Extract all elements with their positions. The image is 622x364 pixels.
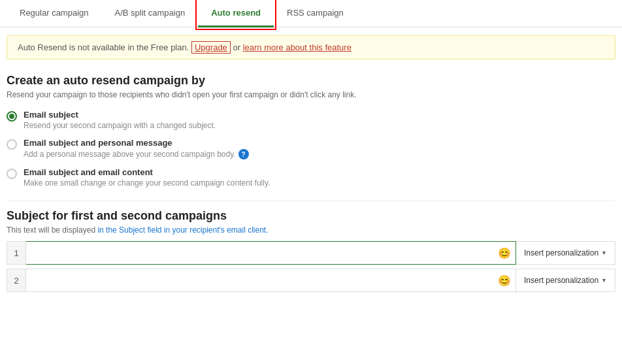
radio-label-group-1: Email subject Resend your second campaig… bbox=[24, 110, 216, 130]
tab-ab-split[interactable]: A/B split campaign bbox=[102, 0, 199, 27]
upgrade-banner: Auto Resend is not available in the Free… bbox=[7, 35, 615, 59]
insert-label-1: Insert personalization bbox=[524, 248, 598, 257]
insert-personalization-btn-1[interactable]: Insert personalization ▼ bbox=[516, 241, 615, 265]
divider bbox=[7, 201, 615, 201]
create-section-title: Create an auto resend campaign by bbox=[7, 74, 615, 88]
subject-row-2: 2 😊 Insert personalization ▼ bbox=[7, 269, 615, 292]
insert-personalization-btn-2[interactable]: Insert personalization ▼ bbox=[516, 269, 615, 292]
subject-title: Subject for first and second campaigns bbox=[7, 209, 615, 223]
tab-auto-resend[interactable]: Auto resend bbox=[198, 0, 274, 27]
radio-btn-email-subject[interactable] bbox=[7, 111, 17, 122]
learn-more-link[interactable]: learn more about this feature bbox=[243, 42, 352, 52]
banner-text: Auto Resend is not available in the Free… bbox=[18, 42, 189, 52]
radio-sublabel-2: Add a personal message above your second… bbox=[24, 149, 249, 159]
radio-item-email-subject[interactable]: Email subject Resend your second campaig… bbox=[7, 110, 615, 130]
radio-label-group-2: Email subject and personal message Add a… bbox=[24, 138, 249, 159]
radio-sublabel-1: Resend your second campaign with a chang… bbox=[24, 121, 216, 130]
subject-desc: This text will be displayed in the Subje… bbox=[7, 225, 615, 235]
subject-num-1: 1 bbox=[7, 241, 26, 265]
radio-btn-email-personal[interactable] bbox=[7, 139, 17, 150]
chevron-down-icon-1: ▼ bbox=[601, 250, 607, 256]
radio-item-email-personal[interactable]: Email subject and personal message Add a… bbox=[7, 138, 615, 159]
subject-section: Subject for first and second campaigns T… bbox=[7, 209, 615, 292]
radio-label-2: Email subject and personal message bbox=[24, 138, 249, 148]
radio-label-group-3: Email subject and email content Make one… bbox=[24, 167, 270, 188]
create-section: Create an auto resend campaign by Resend… bbox=[7, 74, 615, 188]
tab-rss[interactable]: RSS campaign bbox=[274, 0, 357, 27]
upgrade-link[interactable]: Upgrade bbox=[191, 41, 231, 54]
chevron-down-icon-2: ▼ bbox=[601, 277, 607, 284]
subject-input-1[interactable] bbox=[26, 241, 516, 265]
radio-sublabel-3: Make one small change or change your sec… bbox=[24, 178, 270, 188]
tab-regular[interactable]: Regular campaign bbox=[7, 0, 102, 27]
radio-group: Email subject Resend your second campaig… bbox=[7, 110, 615, 188]
subject-row-1: 1 😊 Insert personalization ▼ bbox=[7, 241, 615, 265]
subject-desc-prefix: This text will be displayed bbox=[7, 225, 97, 235]
radio-label-3: Email subject and email content bbox=[24, 167, 270, 177]
subject-num-2: 2 bbox=[7, 269, 26, 292]
tab-bar: Regular campaign A/B split campaign Auto… bbox=[0, 0, 622, 27]
radio-btn-email-content[interactable] bbox=[7, 169, 17, 179]
help-icon[interactable]: ? bbox=[238, 149, 249, 159]
radio-item-email-content[interactable]: Email subject and email content Make one… bbox=[7, 167, 615, 188]
emoji-btn-2[interactable]: 😊 bbox=[498, 274, 511, 287]
banner-or-text: or bbox=[233, 42, 240, 52]
emoji-btn-1[interactable]: 😊 bbox=[498, 247, 511, 259]
create-section-desc: Resend your campaign to those recipients… bbox=[7, 90, 615, 99]
subject-input-2[interactable] bbox=[26, 269, 516, 292]
radio-label-1: Email subject bbox=[24, 110, 216, 120]
insert-label-2: Insert personalization bbox=[524, 276, 598, 285]
subject-input-wrap-2: 😊 bbox=[26, 269, 516, 292]
main-content: Create an auto resend campaign by Resend… bbox=[0, 67, 622, 303]
subject-input-wrap-1: 😊 bbox=[26, 241, 516, 265]
subject-desc-highlight: in the Subject field in your recipient's… bbox=[97, 225, 268, 235]
